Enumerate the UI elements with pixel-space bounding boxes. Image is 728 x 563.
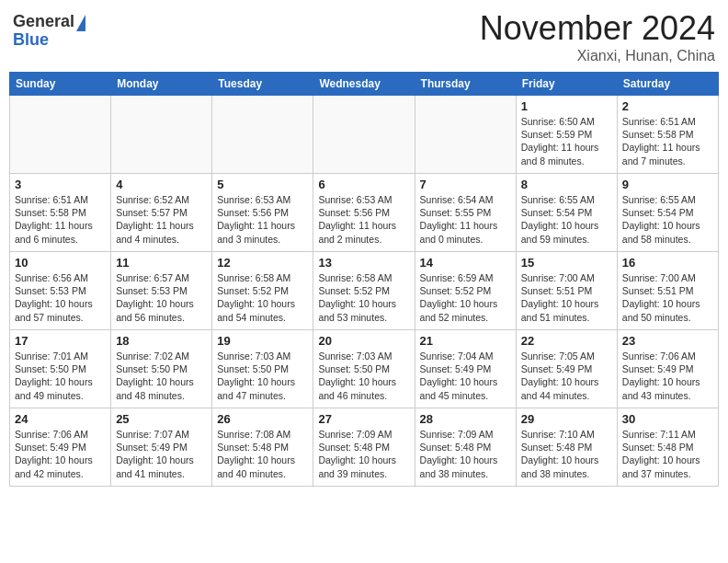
day-info: Sunrise: 7:09 AM Sunset: 5:48 PM Dayligh… (420, 428, 511, 480)
day-number: 6 (318, 178, 409, 191)
day-info: Sunrise: 7:02 AM Sunset: 5:50 PM Dayligh… (116, 350, 207, 402)
calendar-cell: 29Sunrise: 7:10 AM Sunset: 5:48 PM Dayli… (516, 408, 617, 487)
day-number: 4 (116, 178, 207, 191)
day-info: Sunrise: 7:06 AM Sunset: 5:49 PM Dayligh… (15, 428, 106, 480)
day-info: Sunrise: 6:55 AM Sunset: 5:54 PM Dayligh… (622, 193, 713, 246)
day-number: 2 (622, 99, 713, 113)
day-info: Sunrise: 7:05 AM Sunset: 5:49 PM Dayligh… (521, 350, 612, 402)
day-info: Sunrise: 7:01 AM Sunset: 5:50 PM Dayligh… (15, 350, 106, 402)
calendar-week-0: 1Sunrise: 6:50 AM Sunset: 5:59 PM Daylig… (10, 96, 719, 174)
day-info: Sunrise: 7:06 AM Sunset: 5:49 PM Dayligh… (622, 350, 713, 402)
day-number: 26 (217, 412, 308, 426)
day-info: Sunrise: 6:50 AM Sunset: 5:59 PM Dayligh… (521, 115, 612, 167)
day-info: Sunrise: 6:58 AM Sunset: 5:52 PM Dayligh… (318, 271, 409, 324)
calendar-cell: 26Sunrise: 7:08 AM Sunset: 5:48 PM Dayli… (212, 408, 313, 487)
day-number: 18 (116, 334, 207, 348)
calendar-cell: 2Sunrise: 6:51 AM Sunset: 5:58 PM Daylig… (617, 96, 718, 174)
weekday-header-row: SundayMondayTuesdayWednesdayThursdayFrid… (10, 73, 719, 96)
calendar-cell: 28Sunrise: 7:09 AM Sunset: 5:48 PM Dayli… (415, 408, 516, 487)
logo-general: General (13, 13, 74, 31)
day-number: 12 (217, 256, 308, 270)
location-title: Xianxi, Hunan, China (480, 48, 715, 64)
day-number: 30 (622, 412, 713, 426)
day-info: Sunrise: 7:10 AM Sunset: 5:48 PM Dayligh… (521, 428, 612, 480)
calendar-cell: 30Sunrise: 7:11 AM Sunset: 5:48 PM Dayli… (617, 408, 718, 487)
day-number: 22 (521, 334, 612, 348)
calendar-week-3: 17Sunrise: 7:01 AM Sunset: 5:50 PM Dayli… (10, 330, 719, 408)
logo-blue: Blue (13, 31, 49, 50)
day-info: Sunrise: 6:57 AM Sunset: 5:53 PM Dayligh… (116, 271, 207, 324)
day-number: 27 (318, 412, 409, 426)
calendar-cell: 4Sunrise: 6:52 AM Sunset: 5:57 PM Daylig… (111, 174, 212, 252)
calendar-cell: 23Sunrise: 7:06 AM Sunset: 5:49 PM Dayli… (617, 330, 718, 408)
calendar-cell: 9Sunrise: 6:55 AM Sunset: 5:54 PM Daylig… (617, 174, 718, 252)
day-info: Sunrise: 6:56 AM Sunset: 5:53 PM Dayligh… (15, 271, 106, 324)
calendar-cell: 18Sunrise: 7:02 AM Sunset: 5:50 PM Dayli… (111, 330, 212, 408)
title-area: November 2024 Xianxi, Hunan, China (480, 9, 715, 64)
day-info: Sunrise: 6:55 AM Sunset: 5:54 PM Dayligh… (521, 193, 612, 246)
day-number: 24 (15, 412, 106, 426)
day-number: 25 (116, 412, 207, 426)
calendar-cell: 14Sunrise: 6:59 AM Sunset: 5:52 PM Dayli… (415, 252, 516, 330)
day-info: Sunrise: 7:00 AM Sunset: 5:51 PM Dayligh… (622, 271, 713, 324)
calendar-cell: 13Sunrise: 6:58 AM Sunset: 5:52 PM Dayli… (313, 252, 415, 330)
day-number: 21 (420, 334, 511, 348)
day-info: Sunrise: 7:08 AM Sunset: 5:48 PM Dayligh… (217, 428, 308, 480)
calendar-cell (10, 96, 111, 174)
day-number: 11 (116, 256, 207, 270)
day-info: Sunrise: 7:04 AM Sunset: 5:49 PM Dayligh… (420, 350, 511, 402)
day-number: 14 (420, 256, 511, 270)
day-info: Sunrise: 7:09 AM Sunset: 5:48 PM Dayligh… (318, 428, 409, 480)
calendar-cell (212, 96, 313, 174)
calendar-cell: 22Sunrise: 7:05 AM Sunset: 5:49 PM Dayli… (516, 330, 617, 408)
calendar-cell: 25Sunrise: 7:07 AM Sunset: 5:49 PM Dayli… (111, 408, 212, 487)
calendar-week-1: 3Sunrise: 6:51 AM Sunset: 5:58 PM Daylig… (10, 174, 719, 252)
weekday-header-friday: Friday (516, 73, 617, 96)
calendar-cell: 8Sunrise: 6:55 AM Sunset: 5:54 PM Daylig… (516, 174, 617, 252)
day-number: 16 (622, 256, 713, 270)
calendar-cell: 1Sunrise: 6:50 AM Sunset: 5:59 PM Daylig… (516, 96, 617, 174)
day-info: Sunrise: 6:59 AM Sunset: 5:52 PM Dayligh… (420, 271, 511, 324)
calendar-cell: 11Sunrise: 6:57 AM Sunset: 5:53 PM Dayli… (111, 252, 212, 330)
day-info: Sunrise: 7:07 AM Sunset: 5:49 PM Dayligh… (116, 428, 207, 480)
day-number: 20 (318, 334, 409, 348)
calendar-cell: 15Sunrise: 7:00 AM Sunset: 5:51 PM Dayli… (516, 252, 617, 330)
calendar-cell: 24Sunrise: 7:06 AM Sunset: 5:49 PM Dayli… (10, 408, 111, 487)
weekday-header-sunday: Sunday (10, 73, 111, 96)
day-number: 1 (521, 99, 612, 113)
day-info: Sunrise: 6:51 AM Sunset: 5:58 PM Dayligh… (622, 115, 713, 167)
day-info: Sunrise: 6:52 AM Sunset: 5:57 PM Dayligh… (116, 193, 207, 246)
day-info: Sunrise: 7:03 AM Sunset: 5:50 PM Dayligh… (217, 350, 308, 402)
day-info: Sunrise: 6:58 AM Sunset: 5:52 PM Dayligh… (217, 271, 308, 324)
weekday-header-tuesday: Tuesday (212, 73, 313, 96)
day-number: 9 (622, 178, 713, 191)
day-info: Sunrise: 7:03 AM Sunset: 5:50 PM Dayligh… (318, 350, 409, 402)
day-info: Sunrise: 6:54 AM Sunset: 5:55 PM Dayligh… (420, 193, 511, 246)
day-info: Sunrise: 7:00 AM Sunset: 5:51 PM Dayligh… (521, 271, 612, 324)
calendar-cell: 10Sunrise: 6:56 AM Sunset: 5:53 PM Dayli… (10, 252, 111, 330)
calendar-cell: 27Sunrise: 7:09 AM Sunset: 5:48 PM Dayli… (313, 408, 415, 487)
weekday-header-thursday: Thursday (415, 73, 516, 96)
calendar-cell (415, 96, 516, 174)
day-number: 8 (521, 178, 612, 191)
calendar-week-4: 24Sunrise: 7:06 AM Sunset: 5:49 PM Dayli… (10, 408, 719, 487)
logo: General Blue (13, 13, 85, 50)
page-header: General Blue November 2024 Xianxi, Hunan… (9, 9, 719, 64)
calendar-cell: 7Sunrise: 6:54 AM Sunset: 5:55 PM Daylig… (415, 174, 516, 252)
calendar-cell: 20Sunrise: 7:03 AM Sunset: 5:50 PM Dayli… (313, 330, 415, 408)
calendar-cell: 6Sunrise: 6:53 AM Sunset: 5:56 PM Daylig… (313, 174, 415, 252)
calendar-cell: 19Sunrise: 7:03 AM Sunset: 5:50 PM Dayli… (212, 330, 313, 408)
logo-triangle-icon (76, 15, 85, 31)
calendar-cell (313, 96, 415, 174)
day-number: 28 (420, 412, 511, 426)
day-info: Sunrise: 6:51 AM Sunset: 5:58 PM Dayligh… (15, 193, 106, 246)
month-title: November 2024 (480, 9, 715, 48)
day-number: 17 (15, 334, 106, 348)
calendar-cell: 21Sunrise: 7:04 AM Sunset: 5:49 PM Dayli… (415, 330, 516, 408)
calendar-cell: 3Sunrise: 6:51 AM Sunset: 5:58 PM Daylig… (10, 174, 111, 252)
calendar-cell: 16Sunrise: 7:00 AM Sunset: 5:51 PM Dayli… (617, 252, 718, 330)
calendar-week-2: 10Sunrise: 6:56 AM Sunset: 5:53 PM Dayli… (10, 252, 719, 330)
day-number: 19 (217, 334, 308, 348)
calendar-cell: 5Sunrise: 6:53 AM Sunset: 5:56 PM Daylig… (212, 174, 313, 252)
day-number: 29 (521, 412, 612, 426)
